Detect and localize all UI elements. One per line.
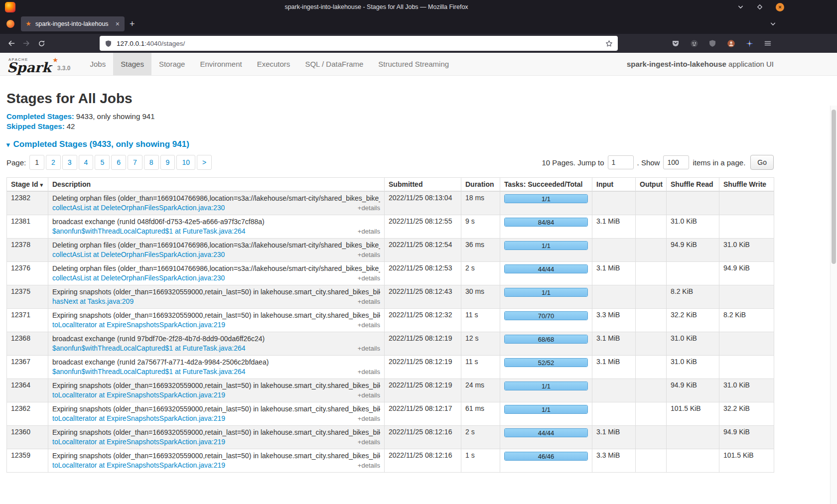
details-toggle[interactable]: +details (358, 344, 380, 353)
page-1-button[interactable]: 1 (29, 155, 44, 170)
column-header-shuffle-write[interactable]: Shuffle Write (719, 178, 774, 192)
task-progress-bar: 44/44 (504, 264, 588, 273)
column-header-duration[interactable]: Duration (461, 178, 500, 192)
description-cell: Deleting orphan files (older_than=166910… (48, 239, 385, 262)
extension-sparkle-icon[interactable] (743, 37, 756, 50)
back-arrow-icon (7, 39, 15, 47)
page-7-button[interactable]: 7 (128, 155, 142, 170)
page-4-button[interactable]: 4 (79, 155, 94, 170)
stage-callsite-link[interactable]: toLocalIterator at ExpireSnapshotsSparkA… (52, 461, 225, 470)
items-per-page-input[interactable] (663, 155, 689, 169)
stage-callsite-link[interactable]: toLocalIterator at ExpireSnapshotsSparkA… (52, 320, 225, 330)
details-toggle[interactable]: +details (358, 367, 380, 377)
tasks-count: 1/1 (505, 405, 587, 414)
input-cell: 3.1 MiB (592, 332, 636, 356)
page-9-button[interactable]: 9 (160, 155, 175, 170)
page-title: Stages for All Jobs (6, 91, 774, 107)
account-avatar-icon[interactable] (724, 37, 737, 50)
scrollbar-thumb[interactable] (832, 110, 836, 264)
page-scrollbar[interactable] (830, 106, 837, 504)
input-cell (592, 239, 636, 262)
nav-tab-executors[interactable]: Executors (250, 53, 298, 75)
maximize-button[interactable] (757, 4, 763, 10)
page-6-button[interactable]: 6 (111, 155, 126, 170)
tab-close-icon[interactable]: × (115, 20, 121, 28)
completed-stages-link[interactable]: Completed Stages: (6, 112, 74, 121)
completed-stages-line: Completed Stages:9433, only showing 941 (6, 112, 774, 122)
nav-tab-storage[interactable]: Storage (151, 53, 193, 75)
browser-tab[interactable]: ★ spark-ingest-into-lakehous × (21, 16, 125, 31)
stage-callsite-link[interactable]: collectAsList at DeleteOrphanFilesSparkA… (52, 250, 225, 259)
nav-tab-stages[interactable]: Stages (113, 53, 151, 75)
privacy-badger-icon[interactable] (688, 37, 700, 50)
pocket-icon[interactable] (669, 37, 682, 50)
description-cell: Expiring snapshots (older_than=166932055… (48, 402, 385, 426)
page-content: Stages for All Jobs Completed Stages:943… (0, 91, 837, 473)
menu-icon[interactable] (761, 37, 774, 50)
nav-tab-sql-dataframe[interactable]: SQL / DataFrame (297, 53, 371, 75)
close-button[interactable]: × (776, 3, 784, 11)
duration-cell: 24 ms (461, 379, 500, 402)
output-cell (636, 262, 667, 285)
task-progress-bar: 68/68 (504, 335, 588, 344)
spark-nav-items: JobsStagesStorageEnvironmentExecutorsSQL… (83, 53, 457, 75)
bookmark-star-icon[interactable] (605, 40, 613, 47)
stage-callsite-link[interactable]: collectAsList at DeleteOrphanFilesSparkA… (52, 273, 225, 283)
details-toggle[interactable]: +details (358, 227, 380, 236)
page-2-button[interactable]: 2 (46, 155, 61, 170)
next-page-button[interactable]: > (197, 155, 212, 170)
jump-to-input[interactable] (608, 155, 634, 169)
page-3-button[interactable]: 3 (62, 155, 77, 170)
column-header-description[interactable]: Description (48, 178, 385, 192)
details-toggle[interactable]: +details (358, 414, 380, 423)
details-toggle[interactable]: +details (358, 297, 380, 306)
details-toggle[interactable]: +details (358, 203, 380, 213)
column-header-stage-id[interactable]: Stage Id▾ (7, 178, 48, 192)
minimize-button[interactable] (737, 4, 744, 10)
stage-id-cell: 12375 (7, 285, 48, 309)
stage-callsite-link[interactable]: $anonfun$withThreadLocalCaptured$1 at Fu… (52, 367, 246, 377)
column-header-shuffle-read[interactable]: Shuffle Read (667, 178, 719, 192)
stage-callsite-link[interactable]: toLocalIterator at ExpireSnapshotsSparkA… (52, 414, 225, 423)
stage-callsite-link[interactable]: $anonfun$withThreadLocalCaptured$1 at Fu… (52, 344, 246, 353)
forward-button[interactable] (19, 36, 34, 50)
nav-tab-jobs[interactable]: Jobs (83, 53, 114, 75)
column-header-tasks-succeeded-total[interactable]: Tasks: Succeeded/Total (500, 178, 592, 192)
stage-callsite-link[interactable]: collectAsList at DeleteOrphanFilesSparkA… (52, 203, 225, 213)
stage-callsite-link[interactable]: $anonfun$withThreadLocalCaptured$1 at Fu… (52, 227, 246, 236)
column-header-submitted[interactable]: Submitted (385, 178, 461, 192)
completed-stages-section-toggle[interactable]: ▾ Completed Stages (9433, only showing 9… (6, 139, 189, 149)
task-progress-bar: 1/1 (504, 241, 588, 250)
back-button[interactable] (4, 36, 19, 50)
skipped-stages-link[interactable]: Skipped Stages: (6, 122, 65, 130)
page-5-button[interactable]: 5 (95, 155, 110, 170)
tracking-protection-shield-icon[interactable] (105, 40, 112, 47)
tasks-count: 46/46 (505, 452, 587, 461)
details-toggle[interactable]: +details (358, 390, 380, 400)
list-all-tabs-button[interactable] (770, 21, 776, 27)
details-toggle[interactable]: +details (358, 250, 380, 259)
page-8-button[interactable]: 8 (144, 155, 159, 170)
output-cell (636, 379, 667, 402)
details-toggle[interactable]: +details (358, 437, 380, 447)
reload-button[interactable] (34, 36, 49, 50)
firefox-view-button[interactable] (4, 17, 17, 30)
new-tab-button[interactable]: + (125, 19, 140, 29)
stage-description-subline: toLocalIterator at ExpireSnapshotsSparkA… (52, 437, 380, 447)
column-header-output[interactable]: Output (636, 178, 667, 192)
ublock-shield-icon[interactable] (706, 37, 719, 50)
nav-tab-structured-streaming[interactable]: Structured Streaming (371, 53, 456, 75)
column-header-input[interactable]: Input (592, 178, 636, 192)
spark-logo[interactable]: APACHE Spark ★ 3.3.0 (0, 53, 75, 75)
details-toggle[interactable]: +details (358, 273, 380, 283)
go-button[interactable]: Go (750, 155, 774, 170)
page-10-button[interactable]: 10 (176, 155, 195, 170)
stage-callsite-link[interactable]: toLocalIterator at ExpireSnapshotsSparkA… (52, 390, 225, 400)
url-bar[interactable]: 127.0.0.1:4040/stages/ (100, 36, 618, 51)
details-toggle[interactable]: +details (358, 461, 380, 470)
stage-callsite-link[interactable]: toLocalIterator at ExpireSnapshotsSparkA… (52, 437, 225, 447)
output-cell (636, 191, 667, 215)
details-toggle[interactable]: +details (358, 320, 380, 330)
stage-callsite-link[interactable]: hasNext at Tasks.java:209 (52, 297, 134, 306)
nav-tab-environment[interactable]: Environment (192, 53, 249, 75)
